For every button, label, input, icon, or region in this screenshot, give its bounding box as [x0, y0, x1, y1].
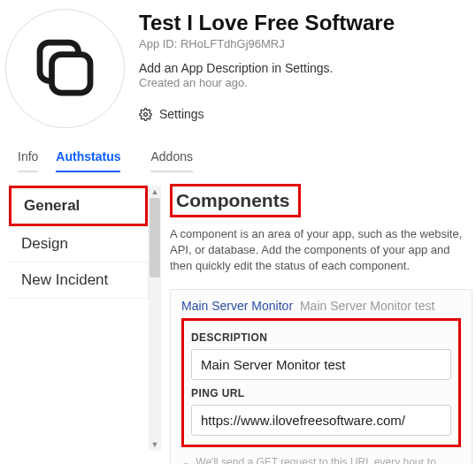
scroll-thumb[interactable]: [150, 198, 160, 278]
svg-point-2: [144, 112, 148, 116]
app-id-line: App ID: RHoLFTdhGj96MRJ: [139, 37, 395, 50]
svg-rect-1: [52, 54, 91, 93]
section-description: A component is an area of your app, such…: [170, 226, 472, 275]
header-info: Test I Love Free Software App ID: RHoLFT…: [139, 9, 395, 128]
scroll-up-icon[interactable]: ▲: [149, 186, 161, 198]
tab-authstatus[interactable]: Authstatus: [56, 144, 120, 172]
ping-url-hint: i We'll send a GET request to this URL e…: [181, 456, 461, 464]
scroll-down-icon[interactable]: ▼: [149, 438, 161, 451]
app-description-prompt: Add an App Description in Settings.: [139, 61, 395, 75]
sidebar-item-design[interactable]: Design: [9, 226, 148, 262]
app-logo-icon: [32, 34, 98, 103]
component-subtitle: Main Server Monitor test: [300, 299, 435, 313]
description-input[interactable]: [191, 349, 451, 380]
pingurl-input[interactable]: [191, 405, 451, 436]
body-row: General Design New Incident ▲ ▼ Componen…: [0, 173, 476, 464]
gear-icon: [139, 108, 152, 121]
app-created-line: Created an hour ago.: [139, 76, 395, 89]
app-logo-circle: [5, 9, 125, 128]
section-title-components: Components: [170, 184, 301, 217]
description-field-label: DESCRIPTION: [191, 331, 451, 344]
sidebar-item-new-incident[interactable]: New Incident: [9, 262, 148, 299]
main-tabs: Info Authstatus Addons: [0, 135, 476, 173]
component-fields-group: DESCRIPTION PING URL: [181, 318, 461, 447]
component-card: Main Server Monitor Main Server Monitor …: [170, 289, 472, 464]
tab-info[interactable]: Info: [18, 144, 38, 172]
component-header: Main Server Monitor Main Server Monitor …: [181, 299, 461, 313]
settings-label: Settings: [159, 107, 204, 121]
scrollbar[interactable]: ▲ ▼: [149, 186, 161, 451]
app-header: Test I Love Free Software App ID: RHoLFT…: [0, 0, 476, 128]
pingurl-field-label: PING URL: [191, 387, 451, 399]
settings-link[interactable]: Settings: [139, 107, 204, 121]
main-panel: Components A component is an area of you…: [161, 173, 476, 464]
ping-url-hint-text: We'll send a GET request to this URL eve…: [196, 456, 461, 464]
app-title: Test I Love Free Software: [139, 11, 395, 35]
sidebar-item-general[interactable]: General: [9, 186, 148, 226]
sidebar: General Design New Incident: [0, 173, 149, 464]
tab-addons[interactable]: Addons: [150, 144, 192, 172]
component-name[interactable]: Main Server Monitor: [181, 299, 293, 313]
